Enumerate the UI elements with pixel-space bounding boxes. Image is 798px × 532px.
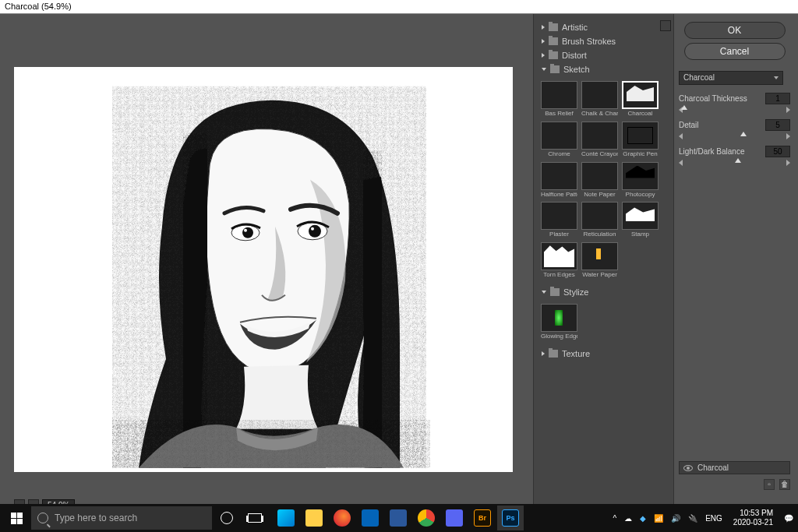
tray-onedrive-icon[interactable]: ☁ [624, 514, 632, 523]
app-bridge[interactable]: Br [469, 506, 496, 530]
svg-point-2 [244, 229, 247, 232]
thumb-image [622, 202, 659, 230]
thumb-charcoal[interactable]: Charcoal [622, 81, 659, 118]
thumb-chalk[interactable]: Chalk & Charcoal [581, 81, 618, 118]
taskbar-search[interactable]: Type here to search [31, 506, 212, 530]
titlebar: Charcoal (54.9%) [0, 0, 798, 14]
app-explorer[interactable] [301, 506, 327, 530]
app-discord[interactable] [441, 506, 468, 530]
thumb-label: Water Paper [581, 272, 618, 279]
thumb-label: Bas Relief [541, 111, 577, 118]
thumb-label: Glowing Edges [541, 333, 577, 340]
app-chrome[interactable] [413, 506, 440, 530]
windows-icon [11, 513, 23, 524]
thumb-image [622, 122, 659, 150]
filter-dropdown[interactable]: Charcoal [679, 71, 783, 85]
tray-volume-icon[interactable]: 🔊 [671, 514, 680, 523]
taskbar-clock[interactable]: 10:53 PM 2020-03-21 [730, 509, 776, 527]
thumb-plaster[interactable]: Plaster [541, 202, 577, 238]
category-stylize[interactable]: Stylize [538, 285, 669, 299]
effect-layer[interactable]: Charcoal [679, 461, 790, 474]
charcoal-portrait [92, 86, 435, 468]
thumb-image [541, 202, 577, 230]
thumb-label: Plaster [541, 231, 577, 238]
thumb-label: Conté Crayon [581, 151, 618, 158]
task-view-button[interactable] [242, 506, 268, 530]
detail-slider[interactable] [679, 133, 790, 138]
thumb-image [541, 162, 577, 190]
thumb-halftone[interactable]: Halftone Pattern [541, 162, 577, 199]
thumb-image [622, 162, 659, 190]
thumb-water[interactable]: Water Paper [581, 242, 618, 279]
thumb-label: Chalk & Charcoal [581, 111, 618, 118]
svg-point-4 [309, 225, 321, 238]
new-effect-layer-button[interactable]: ▫ [764, 479, 775, 490]
thumb-photo[interactable]: Photocopy [622, 162, 659, 199]
tray-chevron-icon[interactable]: ^ [613, 514, 616, 523]
search-placeholder: Type here to search [55, 513, 137, 523]
cancel-button[interactable]: Cancel [684, 43, 786, 60]
delete-effect-layer-button[interactable]: 🗑 [779, 479, 790, 490]
thumb-retic[interactable]: Reticulation [581, 202, 618, 238]
sketch-thumbs: Bas ReliefChalk & CharcoalCharcoalChrome… [538, 76, 669, 285]
slider-balance: Light/Dark Balance [679, 146, 790, 164]
category-artistic[interactable]: Artistic [538, 20, 669, 34]
thumb-image [541, 304, 577, 332]
folder-icon [549, 350, 558, 358]
panel-menu-button[interactable] [660, 20, 671, 31]
category-texture[interactable]: Texture [538, 347, 669, 361]
effect-layers: Charcoal ▫ 🗑 [679, 461, 790, 490]
thickness-slider[interactable] [679, 107, 790, 111]
thumb-image [622, 81, 659, 109]
thumb-torn[interactable]: Torn Edges [541, 242, 577, 279]
app-word[interactable] [385, 506, 411, 530]
thumb-chrome[interactable]: Chrome [541, 122, 577, 158]
category-sketch[interactable]: Sketch [538, 62, 669, 76]
app-photoshop[interactable]: Ps [497, 506, 524, 530]
app-outlook[interactable] [357, 506, 383, 530]
thumb-label: Graphic Pen [622, 151, 659, 158]
thumb-label: Chrome [541, 151, 577, 158]
stylize-thumbs: Glowing Edges [538, 299, 669, 347]
thumb-image [541, 242, 577, 270]
tray-language[interactable]: ENG [705, 514, 722, 523]
thumb-graphic[interactable]: Graphic Pen [622, 122, 659, 158]
thumb-bas[interactable]: Bas Relief [541, 81, 577, 118]
system-tray: ^ ☁ ◆ 📶 🔊 🔌 ENG 10:53 PM 2020-03-21 💬 [613, 509, 798, 527]
thumb-conte[interactable]: Conté Crayon [581, 122, 618, 158]
cortana-button[interactable] [214, 506, 240, 530]
thumb-note[interactable]: Note Paper [581, 162, 618, 199]
thickness-input[interactable] [765, 93, 790, 104]
detail-input[interactable] [765, 119, 790, 131]
category-brush-strokes[interactable]: Brush Strokes [538, 34, 669, 48]
app-edge[interactable] [273, 506, 299, 530]
balance-slider[interactable] [679, 160, 790, 164]
tray-network-icon[interactable]: 📶 [654, 514, 663, 523]
thumb-label: Torn Edges [541, 272, 577, 279]
tray-power-icon[interactable]: 🔌 [688, 514, 697, 523]
visibility-icon[interactable] [683, 465, 693, 471]
tray-app-icon[interactable]: ◆ [640, 514, 646, 523]
folder-icon [550, 288, 560, 296]
thumb-image [541, 122, 577, 150]
search-icon [37, 513, 48, 523]
folder-icon [549, 23, 558, 31]
thumb-label: Reticulation [581, 231, 618, 238]
thumb-label: Halftone Pattern [541, 192, 577, 199]
ok-button[interactable]: OK [684, 22, 786, 39]
thumb-image [581, 242, 618, 270]
start-button[interactable] [3, 506, 30, 530]
thumb-glow[interactable]: Glowing Edges [541, 304, 577, 340]
slider-detail: Detail [679, 119, 790, 138]
thumb-label: Charcoal [622, 111, 659, 118]
thumb-image [581, 81, 618, 109]
balance-input[interactable] [765, 146, 790, 157]
preview-canvas[interactable] [14, 67, 513, 472]
folder-icon [549, 51, 558, 59]
category-distort[interactable]: Distort [538, 48, 669, 62]
notifications-icon[interactable]: 💬 [784, 514, 793, 523]
thumb-stamp[interactable]: Stamp [622, 202, 659, 238]
app-firefox[interactable] [329, 506, 355, 530]
thumb-label: Photocopy [622, 192, 659, 199]
svg-point-1 [242, 227, 253, 238]
